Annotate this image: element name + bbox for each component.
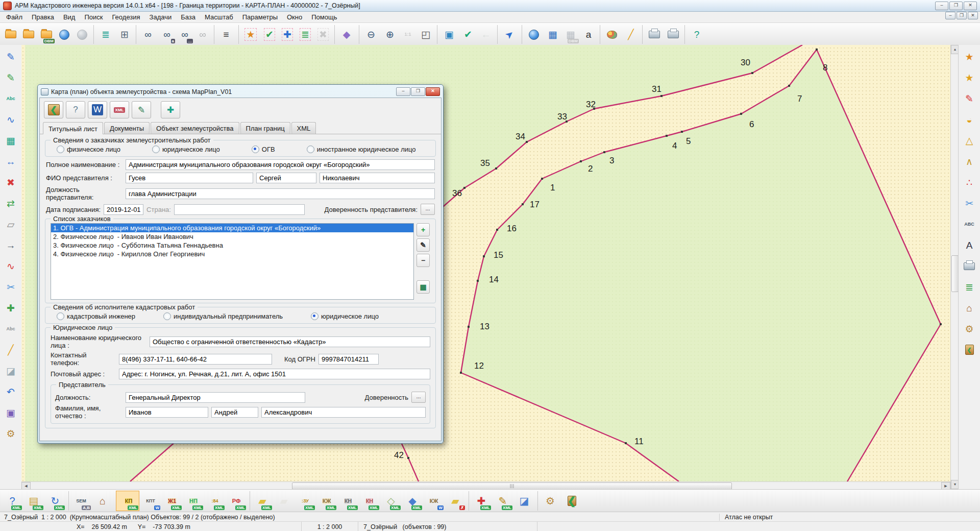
- window-fit-button[interactable]: ▣: [437, 25, 459, 44]
- kpt-w-button[interactable]: КПТ W: [140, 491, 161, 511]
- print-button[interactable]: [642, 25, 664, 44]
- customer-list-item[interactable]: 1. ОГВ - Администрация муниципального об…: [51, 224, 413, 232]
- radio-legal-entity[interactable]: юридическое лицо: [152, 146, 220, 153]
- tab-border-plan[interactable]: План границ: [240, 122, 290, 134]
- zh-od-xml-button[interactable]: Ж1 XML: [162, 491, 182, 511]
- minimize-button[interactable]: –: [935, 2, 948, 10]
- menu-scale[interactable]: Масштаб: [201, 12, 237, 22]
- dialog-add-db-button[interactable]: ✚: [161, 101, 180, 118]
- swap-polygons-tool[interactable]: ⇄: [2, 194, 20, 213]
- layers-button[interactable]: ≣: [93, 25, 115, 44]
- radio-ogv[interactable]: ОГВ: [252, 146, 275, 153]
- flash-report-tool[interactable]: ★: [960, 68, 978, 87]
- hscroll-thumb[interactable]: [292, 482, 732, 490]
- settings-button[interactable]: ⚙: [537, 491, 560, 511]
- zu-xml-button[interactable]: :ЗУ XML: [295, 491, 315, 511]
- dialog-xml-button[interactable]: XML: [110, 101, 129, 118]
- delete-polygon-tool[interactable]: ✖: [2, 173, 20, 192]
- menu-window[interactable]: Окно: [283, 12, 306, 22]
- menu-view[interactable]: Вид: [59, 12, 80, 22]
- highlight-layers-button[interactable]: ≣: [297, 25, 314, 44]
- legend-tree-button[interactable]: ⊞: [116, 25, 133, 44]
- stamp-tool[interactable]: ◪: [2, 361, 20, 380]
- org-name-input[interactable]: [150, 336, 430, 347]
- maximize-button[interactable]: ❐: [949, 2, 963, 10]
- zoom-extent-button[interactable]: ◰: [417, 25, 434, 44]
- cut-pencil-tool[interactable]: ✂: [960, 194, 978, 213]
- highlight-area-button[interactable]: ★: [238, 25, 260, 44]
- radio-entrepreneur[interactable]: индивидуальный предприниматель: [163, 312, 283, 320]
- gear-tool[interactable]: ⚙: [960, 319, 978, 339]
- vscroll-thumb[interactable]: [951, 255, 959, 292]
- dialog-exit-button[interactable]: ❮: [44, 101, 63, 118]
- move-objects-tool[interactable]: ↔: [2, 152, 20, 171]
- zoom-out-button[interactable]: ⊖: [359, 25, 381, 44]
- kzh-pl-w-button[interactable]: КЖ W: [424, 491, 444, 511]
- kn-grey-xml-button[interactable]: КН XML: [338, 491, 358, 511]
- dialog-word-button[interactable]: W: [88, 101, 107, 118]
- rep-position-input[interactable]: [126, 188, 435, 199]
- map-hscrollbar[interactable]: ◀ ▶: [21, 481, 950, 490]
- rep2-position-input[interactable]: [126, 392, 305, 403]
- protractor-tool[interactable]: ◒: [960, 110, 978, 129]
- cursor-button[interactable]: ➤: [497, 25, 519, 44]
- ruler-tool[interactable]: ╱: [2, 340, 20, 359]
- layers-edit-tool[interactable]: ≣: [960, 277, 978, 297]
- menu-base[interactable]: База: [177, 12, 200, 22]
- object-list-button[interactable]: ≡: [214, 25, 236, 44]
- tab-land-object[interactable]: Объект землеустройства: [151, 122, 239, 134]
- palette-button[interactable]: [600, 25, 622, 44]
- cut-tool[interactable]: ✂: [2, 277, 20, 297]
- phone-input[interactable]: [119, 354, 272, 365]
- polyline-tool[interactable]: ∿: [2, 110, 20, 129]
- diamond-pale-xml-button[interactable]: ◇ XML: [381, 491, 401, 511]
- find-more-button[interactable]: ∞ …: [176, 25, 193, 44]
- lasso-points-tool[interactable]: ✎: [960, 89, 978, 108]
- customer-list-item[interactable]: 4. Физическое лицо - Кириллов Олег Георг…: [51, 250, 413, 258]
- text-grey-tool[interactable]: Abc: [2, 319, 20, 339]
- tab-documents[interactable]: Документы: [104, 122, 150, 134]
- open-dbm-button[interactable]: DBM: [38, 25, 55, 44]
- cursor-card-button[interactable]: a: [580, 25, 597, 44]
- xml-doc-poly-button[interactable]: ▤ XML: [23, 491, 44, 511]
- mdi-maximize-button[interactable]: ❐: [957, 12, 967, 19]
- home-tool[interactable]: ⌂: [960, 298, 978, 318]
- edit-segment-tool[interactable]: ∿: [2, 256, 20, 276]
- flash-points-tool[interactable]: ★: [960, 47, 978, 66]
- radio-individual[interactable]: физическое лицо: [57, 146, 120, 153]
- menu-tasks[interactable]: Задачи: [145, 12, 176, 22]
- radio-cadastral-engineer[interactable]: кадастровый инженер: [57, 312, 135, 320]
- mdi-close-button[interactable]: ✕: [968, 12, 978, 19]
- exit-map-tool[interactable]: ❮: [960, 340, 978, 359]
- kn-pink-xml-button[interactable]: КН XML: [359, 491, 380, 511]
- radio-exec-legal-entity[interactable]: юридическое лицо: [311, 312, 379, 320]
- customer-list-item[interactable]: 2. Физическое лицо - Иванов Иван Иванови…: [51, 232, 413, 241]
- zoom-in-button[interactable]: ⊕: [381, 25, 399, 44]
- add-polygon-tool[interactable]: ✚: [2, 298, 20, 318]
- customer-list-item[interactable]: 3. Физическое лицо - Субботина Татьяна Г…: [51, 241, 413, 250]
- flash-text-tool[interactable]: A: [960, 235, 978, 255]
- menu-geodesy[interactable]: Геодезия: [108, 12, 144, 22]
- add-customer-button[interactable]: +: [416, 223, 430, 236]
- dialog-title-bar[interactable]: Карта (план) объекта землеустройства - с…: [39, 86, 442, 98]
- back-view-button[interactable]: ←: [477, 25, 495, 44]
- menu-edit[interactable]: Правка: [28, 12, 58, 22]
- kzh-xml-button[interactable]: КЖ XML: [316, 491, 337, 511]
- context-help-button[interactable]: ?: [684, 25, 706, 44]
- dialog-close-button[interactable]: ✕: [426, 87, 440, 96]
- images-tool[interactable]: ▣: [2, 403, 20, 422]
- kp-xml-button[interactable]: КП XML: [116, 491, 139, 511]
- join-lines-tool[interactable]: →: [2, 235, 20, 255]
- rep-surname-input[interactable]: [126, 173, 253, 183]
- customer-table-button[interactable]: ▦: [416, 280, 430, 294]
- xml-firstaid-button[interactable]: ✚ XML: [469, 491, 492, 511]
- dialog-maximize-button[interactable]: ❐: [411, 87, 425, 96]
- rep2-name-input[interactable]: [211, 407, 258, 418]
- poly-delete-button[interactable]: ▰ ✗: [445, 491, 465, 511]
- sign-date-input[interactable]: [104, 204, 143, 215]
- divider-tool[interactable]: ∧: [960, 152, 978, 171]
- draw-line-tool[interactable]: ✎: [2, 47, 20, 66]
- highlight-plus-button[interactable]: ✚: [279, 25, 296, 44]
- rep2-surname-input[interactable]: [126, 407, 208, 418]
- np-xml-button[interactable]: НП XML: [183, 491, 204, 511]
